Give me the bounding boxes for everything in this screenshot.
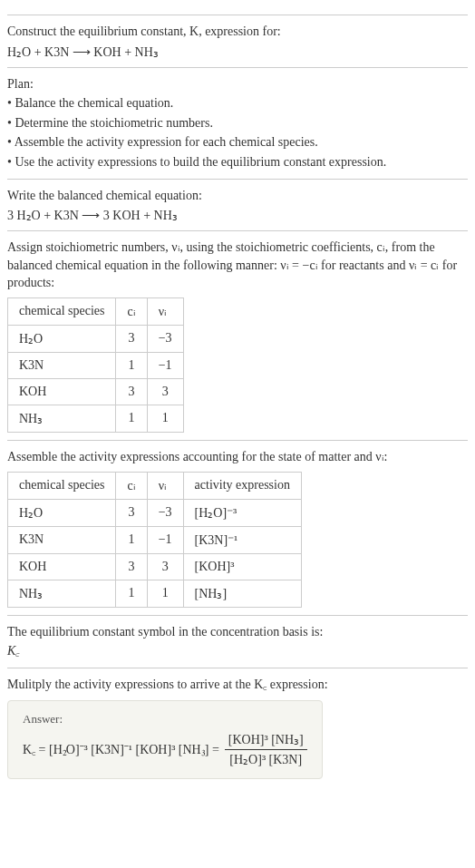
cell-species: K3N xyxy=(8,526,116,553)
cell-species: H₂O xyxy=(8,499,116,526)
table-row: KOH 3 3 xyxy=(8,378,184,405)
cell-v: −1 xyxy=(147,526,183,553)
answer-label: Answer: xyxy=(23,712,307,727)
kc-numerator: [KOH]³ [NH₃] xyxy=(225,732,307,750)
kc-symbol-section: The equilibrium constant symbol in the c… xyxy=(7,615,468,660)
table-row: H₂O 3 −3 xyxy=(8,325,184,352)
cell-v: 3 xyxy=(147,378,183,405)
cell-c: 1 xyxy=(116,526,147,553)
col-header: νᵢ xyxy=(147,297,183,325)
plan-item: • Assemble the activity expression for e… xyxy=(7,133,468,151)
plan-section: Plan: • Balance the chemical equation. •… xyxy=(7,67,468,171)
cell-c: 3 xyxy=(116,378,147,405)
stoich-table: chemical species cᵢ νᵢ H₂O 3 −3 K3N 1 −1… xyxy=(7,297,184,433)
col-header: νᵢ xyxy=(147,472,183,499)
cell-expr: [H₂O]⁻³ xyxy=(183,499,301,526)
table-row: NH₃ 1 1 [NH₃] xyxy=(8,580,302,607)
cell-species: H₂O xyxy=(8,325,116,352)
cell-v: 3 xyxy=(147,553,183,580)
stoich-section: Assign stoichiometric numbers, νᵢ, using… xyxy=(7,230,468,433)
table-header-row: chemical species cᵢ νᵢ xyxy=(8,297,184,325)
kc-denominator: [H₂O]³ [K3N] xyxy=(226,750,305,767)
cell-c: 3 xyxy=(116,499,147,526)
plan-item: • Use the activity expressions to build … xyxy=(7,153,468,171)
plan-item: • Balance the chemical equation. xyxy=(7,94,468,112)
cell-expr: [KOH]³ xyxy=(183,553,301,580)
table-row: KOH 3 3 [KOH]³ xyxy=(8,553,302,580)
kc-lhs: K꜀ = [H₂O]⁻³ [K3N]⁻¹ [KOH]³ [NH₃] = xyxy=(23,743,219,757)
col-header: chemical species xyxy=(8,472,116,499)
table-row: K3N 1 −1 [K3N]⁻¹ xyxy=(8,526,302,553)
table-row: H₂O 3 −3 [H₂O]⁻³ xyxy=(8,499,302,526)
cell-c: 3 xyxy=(116,325,147,352)
cell-species: NH₃ xyxy=(8,580,116,607)
activity-text: Assemble the activity expressions accoun… xyxy=(7,448,468,466)
activity-section: Assemble the activity expressions accoun… xyxy=(7,440,468,608)
col-header: activity expression xyxy=(183,472,301,499)
col-header: cᵢ xyxy=(116,297,147,325)
plan-item: • Determine the stoichiometric numbers. xyxy=(7,114,468,132)
multiply-text: Mulitply the activity expressions to arr… xyxy=(7,676,468,694)
kc-fraction: [KOH]³ [NH₃] [H₂O]³ [K3N] xyxy=(225,732,307,767)
balanced-equation: 3 H₂O + K3N ⟶ 3 KOH + NH₃ xyxy=(7,208,468,223)
table-header-row: chemical species cᵢ νᵢ activity expressi… xyxy=(8,472,302,499)
plan-label: Plan: xyxy=(7,75,468,93)
col-header: chemical species xyxy=(8,297,116,325)
answer-box: Answer: K꜀ = [H₂O]⁻³ [K3N]⁻¹ [KOH]³ [NH₃… xyxy=(7,700,323,779)
cell-c: 1 xyxy=(116,405,147,432)
cell-c: 1 xyxy=(116,580,147,607)
cell-v: −3 xyxy=(147,499,183,526)
header-title: Construct the equilibrium constant, K, e… xyxy=(7,23,468,41)
cell-species: KOH xyxy=(8,378,116,405)
cell-c: 1 xyxy=(116,352,147,378)
table-row: NH₃ 1 1 xyxy=(8,405,184,432)
balanced-section: Write the balanced chemical equation: 3 … xyxy=(7,179,468,224)
cell-expr: [NH₃] xyxy=(183,580,301,607)
kc-symbol-text: The equilibrium constant symbol in the c… xyxy=(7,623,468,641)
multiply-section: Mulitply the activity expressions to arr… xyxy=(7,668,468,780)
cell-v: 1 xyxy=(147,405,183,432)
balanced-label: Write the balanced chemical equation: xyxy=(7,187,468,205)
col-header: cᵢ xyxy=(116,472,147,499)
cell-species: NH₃ xyxy=(8,405,116,432)
kc-expression: K꜀ = [H₂O]⁻³ [K3N]⁻¹ [KOH]³ [NH₃] = [KOH… xyxy=(23,732,307,767)
header-equation: H₂O + K3N ⟶ KOH + NH₃ xyxy=(7,44,468,60)
activity-table: chemical species cᵢ νᵢ activity expressi… xyxy=(7,472,302,608)
stoich-text: Assign stoichiometric numbers, νᵢ, using… xyxy=(7,239,468,292)
cell-v: 1 xyxy=(147,580,183,607)
cell-species: KOH xyxy=(8,553,116,580)
kc-symbol: K꜀ xyxy=(7,642,468,660)
cell-v: −3 xyxy=(147,325,183,352)
cell-expr: [K3N]⁻¹ xyxy=(183,526,301,553)
table-row: K3N 1 −1 xyxy=(8,352,184,378)
cell-species: K3N xyxy=(8,352,116,378)
cell-v: −1 xyxy=(147,352,183,378)
header-section: Construct the equilibrium constant, K, e… xyxy=(7,15,468,60)
cell-c: 3 xyxy=(116,553,147,580)
